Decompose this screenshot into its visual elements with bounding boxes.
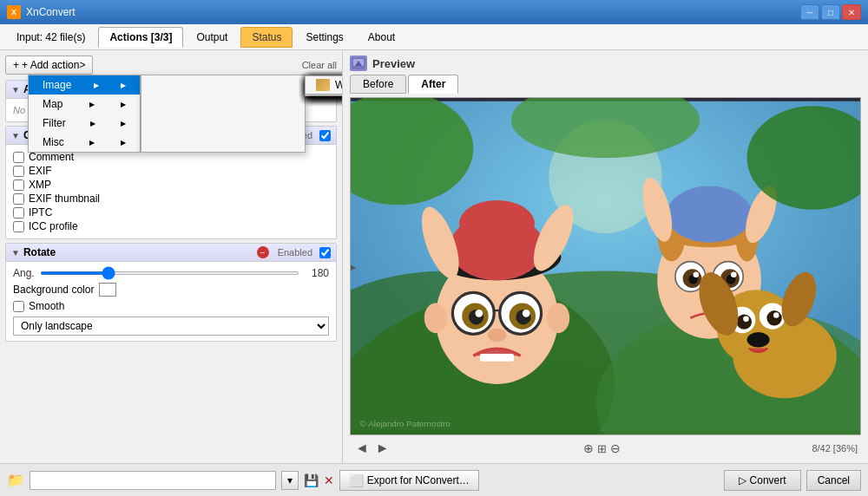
menu-item-map-label: Map bbox=[43, 98, 62, 110]
svg-point-24 bbox=[459, 200, 535, 247]
convert-label: Convert bbox=[750, 474, 786, 486]
submenu-watermark-label: Watermark bbox=[335, 79, 343, 91]
exif-thumbnail-label: EXIF thumbnail bbox=[29, 193, 100, 205]
convert-button[interactable]: ▷ Convert bbox=[724, 470, 801, 491]
tab-input[interactable]: Input: 42 file(s) bbox=[5, 27, 96, 48]
svg-rect-20 bbox=[480, 354, 514, 362]
svg-point-39 bbox=[667, 186, 752, 243]
image-counter: 8/42 [36%] bbox=[812, 443, 858, 454]
rotate-title: Rotate bbox=[23, 246, 56, 258]
menu-item-image-label: Image bbox=[43, 79, 71, 91]
xmp-label: XMP bbox=[29, 179, 51, 191]
close-button[interactable]: ✕ bbox=[842, 4, 861, 20]
landscape-select[interactable]: Only landscape All images Only portrait bbox=[13, 317, 329, 336]
tab-output[interactable]: Output bbox=[185, 27, 239, 48]
bg-color-swatch[interactable] bbox=[99, 283, 116, 297]
submenu-arrow-icon-4: ▶ bbox=[89, 139, 95, 147]
icc-profile-checkbox[interactable] bbox=[13, 221, 24, 232]
svg-point-21 bbox=[424, 303, 447, 333]
comment-checkbox[interactable] bbox=[13, 152, 24, 163]
preview-label: Preview bbox=[372, 57, 415, 70]
angle-value: 180 bbox=[305, 267, 329, 279]
clear-all-button[interactable]: Clear all bbox=[302, 60, 337, 70]
preview-image-area: © Alejandro Paternostro ▶ bbox=[350, 97, 861, 435]
add-action-button[interactable]: + + Add action> bbox=[5, 55, 93, 75]
rotate-enabled-checkbox[interactable] bbox=[319, 247, 331, 258]
prev-image-button[interactable]: ◄ bbox=[353, 441, 371, 456]
exif-checkbox[interactable] bbox=[13, 166, 24, 177]
exif-row: EXIF bbox=[13, 164, 329, 178]
tab-before[interactable]: Before bbox=[350, 75, 406, 94]
menu-item-misc[interactable]: Misc ▶ bbox=[29, 133, 140, 152]
iptc-checkbox[interactable] bbox=[13, 207, 24, 219]
bg-color-label: Background color bbox=[13, 284, 94, 296]
window-title: XnConvert bbox=[26, 6, 76, 18]
export-nconvert-button[interactable]: ⬜ Export for NConvert… bbox=[339, 470, 479, 491]
tab-about[interactable]: About bbox=[357, 27, 406, 48]
tab-after[interactable]: After bbox=[408, 75, 458, 94]
export-icon: ⬜ bbox=[349, 473, 364, 487]
menu-item-filter-label: Filter bbox=[43, 117, 66, 129]
save-button[interactable]: 💾 bbox=[304, 473, 319, 487]
maximize-button[interactable]: □ bbox=[821, 4, 840, 20]
menu-item-map[interactable]: Map ▶ bbox=[29, 95, 140, 114]
smooth-row: Smooth bbox=[13, 299, 329, 313]
clean-metadata-content: Comment EXIF XMP EXIF thumbnail IPTC bbox=[6, 145, 336, 238]
title-bar-controls: ─ □ ✕ bbox=[800, 4, 861, 20]
zoom-out-button[interactable]: ⊖ bbox=[610, 441, 621, 455]
title-bar: X XnConvert ─ □ ✕ bbox=[0, 0, 868, 24]
xmp-checkbox[interactable] bbox=[13, 179, 24, 191]
preview-tabs: Before After bbox=[350, 75, 861, 94]
preview-image-svg: © Alejandro Paternostro bbox=[351, 98, 860, 434]
submenu-arrow-icon: ▶ bbox=[94, 82, 99, 89]
rotate-remove-button[interactable]: − bbox=[257, 246, 269, 258]
rotate-header[interactable]: ▼ Rotate − Enabled bbox=[6, 244, 336, 262]
tab-actions[interactable]: Actions [3/3] bbox=[98, 27, 183, 48]
svg-point-50 bbox=[747, 332, 770, 347]
menu-item-misc-label: Misc bbox=[43, 136, 64, 148]
svg-point-17 bbox=[523, 310, 530, 317]
cancel-button[interactable]: Cancel bbox=[806, 470, 861, 491]
smooth-label: Smooth bbox=[29, 300, 64, 312]
svg-point-22 bbox=[547, 303, 569, 333]
zoom-buttons: ⊕ ⊞ ⊖ bbox=[583, 441, 621, 455]
angle-slider[interactable] bbox=[40, 271, 299, 275]
collapse-icon: ▼ bbox=[11, 85, 20, 95]
svg-point-49 bbox=[773, 312, 779, 318]
iptc-label: IPTC bbox=[29, 206, 52, 219]
actions-toolbar: + + Add action> Clear all bbox=[5, 55, 337, 75]
angle-label: Ang. bbox=[13, 267, 35, 279]
next-image-button[interactable]: ► bbox=[374, 441, 391, 456]
preview-icon bbox=[350, 55, 367, 71]
browse-path-button[interactable]: ▾ bbox=[281, 471, 299, 490]
image-submenu: Add mask Automatic crop Canvas resize Ch… bbox=[141, 75, 306, 153]
add-icon: + bbox=[13, 59, 19, 71]
svg-point-46 bbox=[737, 314, 752, 329]
left-panel: + + Add action> Clear all ▼ Automatic… E… bbox=[0, 50, 343, 463]
clear-path-button[interactable]: ✕ bbox=[324, 473, 334, 487]
nav-arrow-right[interactable]: ▶ bbox=[350, 258, 356, 275]
menu-item-filter[interactable]: Filter ▶ bbox=[29, 114, 140, 133]
navigation-buttons: ◄ ► bbox=[353, 441, 391, 456]
tab-settings[interactable]: Settings bbox=[294, 27, 354, 48]
tab-status[interactable]: Status bbox=[240, 27, 293, 48]
level1-menu: Image ▶ Map ▶ Filter ▶ Misc ▶ bbox=[28, 75, 141, 153]
comment-label: Comment bbox=[29, 151, 74, 163]
minimize-button[interactable]: ─ bbox=[800, 4, 819, 20]
exif-thumbnail-checkbox[interactable] bbox=[13, 193, 24, 205]
app-icon: X bbox=[7, 5, 21, 19]
output-path-input[interactable] bbox=[30, 471, 276, 490]
smooth-checkbox[interactable] bbox=[13, 301, 24, 312]
export-label: Export for NConvert… bbox=[367, 474, 470, 486]
clean-metadata-enabled-checkbox[interactable] bbox=[319, 130, 331, 141]
icc-profile-row: ICC profile bbox=[13, 219, 329, 233]
zoom-in-button[interactable]: ⊕ bbox=[583, 441, 594, 455]
icc-profile-label: ICC profile bbox=[29, 220, 78, 232]
submenu-watermark[interactable]: Watermark bbox=[305, 75, 343, 95]
zoom-fit-button[interactable]: ⊞ bbox=[597, 442, 607, 455]
menu-item-image[interactable]: Image ▶ bbox=[29, 75, 140, 95]
watermark-icon bbox=[316, 79, 330, 91]
folder-button[interactable]: 📁 bbox=[7, 472, 24, 488]
title-bar-left: X XnConvert bbox=[7, 5, 76, 19]
rotate-content: Ang. 180 Background color Smooth Only la… bbox=[6, 262, 336, 341]
